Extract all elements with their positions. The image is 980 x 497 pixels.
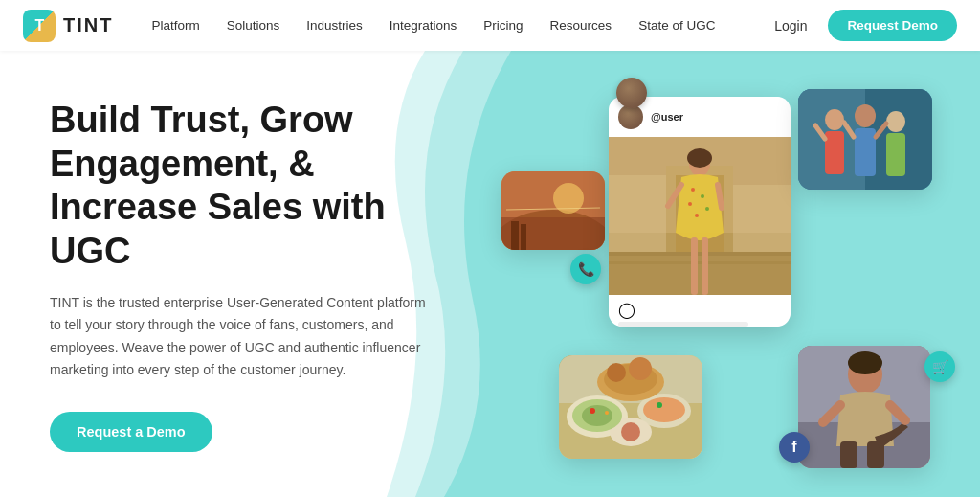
svg-point-54: [629, 357, 652, 380]
nav-item-solutions[interactable]: Solutions: [215, 12, 292, 38]
svg-point-30: [825, 109, 844, 130]
card-image-area: [609, 137, 791, 295]
hero-section: Build Trust, Grow Engagement, & Increase…: [0, 51, 980, 497]
svg-rect-4: [511, 221, 519, 250]
svg-point-18: [701, 194, 704, 198]
nav-actions: Login Request Demo: [765, 10, 957, 41]
instagram-icon: ◯: [618, 302, 635, 318]
svg-point-59: [848, 351, 882, 374]
svg-point-46: [643, 397, 685, 422]
image-card-main: @user: [609, 97, 791, 327]
svg-point-21: [695, 214, 699, 217]
svg-point-50: [657, 402, 662, 408]
hero-content-left: Build Trust, Grow Engagement, & Increase…: [50, 99, 471, 452]
nav-item-state-of-ugc[interactable]: State of UGC: [627, 12, 726, 38]
svg-point-32: [855, 104, 876, 127]
card-username: @user: [651, 111, 683, 123]
image-card-top-left: [501, 171, 605, 250]
login-button[interactable]: Login: [765, 12, 816, 39]
svg-rect-24: [691, 237, 698, 295]
svg-rect-60: [840, 441, 858, 468]
navbar: T TINT Platform Solutions Industries Int…: [0, 0, 980, 51]
logo-icon: T: [23, 10, 56, 42]
svg-rect-25: [702, 237, 708, 295]
hero-cta-button[interactable]: Request a Demo: [50, 412, 212, 452]
nav-item-industries[interactable]: Industries: [295, 12, 374, 38]
phone-icon: 📞: [570, 254, 601, 284]
logo[interactable]: T TINT: [23, 10, 113, 42]
facebook-icon: f: [779, 432, 810, 463]
nav-item-pricing[interactable]: Pricing: [472, 12, 534, 38]
hero-headline: Build Trust, Grow Engagement, & Increase…: [50, 99, 471, 273]
cart-icon: 🛒: [924, 351, 955, 382]
svg-point-20: [705, 207, 709, 211]
svg-rect-33: [855, 128, 876, 176]
card-bottom-bar: ◯: [609, 295, 791, 327]
svg-point-16: [687, 148, 712, 168]
svg-point-47: [621, 422, 640, 441]
svg-rect-31: [825, 131, 844, 174]
svg-rect-35: [886, 133, 905, 176]
svg-point-19: [688, 202, 692, 206]
svg-rect-5: [521, 224, 526, 250]
hero-image-cluster: @user: [494, 68, 963, 480]
nav-item-integrations[interactable]: Integrations: [378, 12, 469, 38]
image-card-bottom-right: [798, 346, 930, 468]
svg-point-53: [607, 363, 626, 382]
svg-rect-10: [609, 261, 791, 264]
image-card-top-right: [798, 89, 932, 190]
request-demo-button[interactable]: Request Demo: [828, 10, 957, 41]
svg-rect-9: [609, 252, 791, 256]
logo-name: TINT: [63, 14, 113, 36]
svg-line-23: [718, 185, 722, 208]
svg-point-49: [605, 411, 609, 415]
nav-item-resources[interactable]: Resources: [539, 12, 624, 38]
profile-avatar: [616, 78, 647, 108]
hero-subtext: TINT is the trusted enterprise User-Gene…: [50, 292, 433, 380]
nav-item-platform[interactable]: Platform: [140, 12, 211, 38]
svg-point-45: [582, 405, 612, 426]
nav-links: Platform Solutions Industries Integratio…: [140, 12, 765, 38]
svg-rect-12: [733, 185, 791, 252]
svg-rect-11: [609, 175, 666, 252]
svg-point-48: [590, 408, 595, 414]
svg-point-34: [886, 111, 905, 132]
image-card-bottom-left: [559, 355, 702, 459]
svg-point-17: [691, 188, 695, 192]
